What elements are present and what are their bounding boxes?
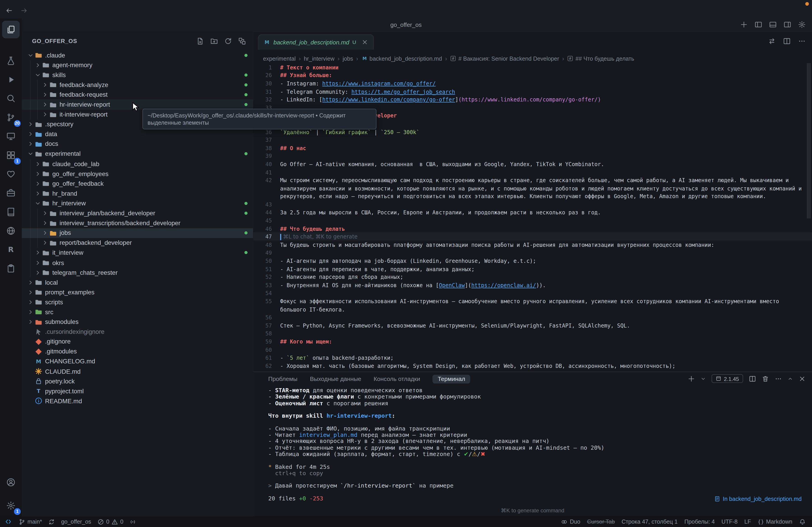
- panel-tab-терминал[interactable]: Терминал: [433, 374, 470, 383]
- eol-item[interactable]: LF: [744, 519, 751, 525]
- editor-more-actions-icon[interactable]: [798, 37, 806, 45]
- tree-item-interview-plan-backend-developer[interactable]: interview_plan/backend_developer: [21, 208, 253, 218]
- editor-line[interactable]: рекрутеров, если надо — переучиться и по…: [253, 192, 812, 200]
- editor-line[interactable]: 42Мы строим систему, переосмысливающую с…: [253, 176, 812, 184]
- activity-health[interactable]: [2, 165, 20, 183]
- activity-clipboard[interactable]: [2, 259, 20, 277]
- editor-tab[interactable]: M backend_job_description.md U: [258, 34, 374, 50]
- split-terminal-icon[interactable]: [749, 375, 756, 382]
- history-back-icon[interactable]: [5, 7, 13, 14]
- panel-tab-проблемы[interactable]: Проблемы: [268, 376, 298, 382]
- activity-testing[interactable]: [2, 52, 20, 70]
- toggle-changes-icon[interactable]: [768, 37, 776, 45]
- new-terminal-icon[interactable]: [687, 375, 695, 382]
- editor-line[interactable]: 40Go Offer — AI-native компания, основан…: [253, 160, 812, 168]
- tab-close-icon[interactable]: [361, 39, 368, 46]
- remote-indicator-icon[interactable]: [4, 518, 12, 525]
- activity-settings[interactable]: 1: [2, 497, 20, 514]
- language-mode-item[interactable]: {} Markdown: [758, 519, 792, 525]
- editor-line[interactable]: 51- AI-агенты для переписки в чате, подд…: [253, 265, 812, 273]
- activity-remote-explorer[interactable]: [2, 127, 20, 145]
- tree-item-feedback-analyze[interactable]: feedback-analyze: [21, 80, 253, 90]
- editor-line[interactable]: 54: [253, 289, 812, 297]
- breadcrumb-item[interactable]: ### Что будешь делать: [567, 56, 634, 62]
- editor-line[interactable]: 45: [253, 216, 812, 225]
- breadcrumb-item[interactable]: Mbackend_job_description.md: [361, 56, 442, 62]
- settings-icon[interactable]: [798, 21, 806, 28]
- close-panel-icon[interactable]: [798, 375, 806, 382]
- tree-item-it-interview[interactable]: it_interview: [21, 248, 253, 258]
- editor-line[interactable]: 61- `5 лет` опыта backend-разработки;: [253, 353, 812, 362]
- tree-item-scripts[interactable]: scripts: [21, 297, 253, 307]
- editor-line[interactable]: 44За 2.5 года мы выросли в США, России, …: [253, 209, 812, 216]
- editor-line[interactable]: 59## Кого мы ищем:: [253, 337, 812, 346]
- tree-item-skills[interactable]: skills: [21, 70, 253, 80]
- tree-item-local[interactable]: local: [21, 277, 253, 287]
- editor-line[interactable]: 49: [253, 249, 812, 257]
- tree-item-poetry-lock[interactable]: poetry.lock: [21, 376, 253, 386]
- kill-terminal-icon[interactable]: [762, 375, 769, 382]
- editor-line[interactable]: 41: [253, 168, 812, 176]
- tree-item-jobs[interactable]: jobs: [21, 228, 253, 238]
- tree-item-claude-code-lab[interactable]: claude_code_lab: [21, 159, 253, 169]
- breadcrumb-item[interactable]: jobs: [343, 56, 353, 62]
- tree-item-pyproject-toml[interactable]: Tpyproject.toml: [21, 386, 253, 396]
- new-tab-icon[interactable]: [740, 21, 748, 28]
- activity-explorer[interactable]: [2, 21, 20, 38]
- tree-item-claude[interactable]: .claude: [21, 50, 253, 60]
- editor-line[interactable]: 52- Написание парсеров для сбора данных;: [253, 273, 812, 281]
- activity-web[interactable]: [2, 222, 20, 239]
- editor-line[interactable]: 57Стек — Python, Async Frameworks, всево…: [253, 321, 812, 330]
- activity-toolbox[interactable]: [2, 184, 20, 201]
- editor-line[interactable]: 48Ты будешь строить и масштабировать пла…: [253, 241, 812, 249]
- split-editor-icon[interactable]: [783, 37, 791, 45]
- indentation-item[interactable]: Пробелы: 4: [684, 519, 715, 525]
- breadcrumb-item[interactable]: experimental: [263, 56, 296, 62]
- tree-item-data[interactable]: data: [21, 129, 253, 139]
- duo-item[interactable]: Duo: [561, 518, 580, 525]
- tree-item-agent-memory[interactable]: agent-memory: [21, 60, 253, 70]
- editor-line[interactable]: 30- Instagram: https://www.instagram.com…: [253, 79, 812, 88]
- toggle-secondary-sidebar-icon[interactable]: [784, 21, 791, 28]
- editor-line[interactable]: 50- AI-агенты для автоподач на job-борда…: [253, 257, 812, 265]
- tree-item-hr-interview[interactable]: hr_interview: [21, 198, 253, 208]
- cursor-position-item[interactable]: Строка 47, столбец 1: [622, 519, 678, 525]
- tree-item-go-offer-employees[interactable]: go_offer_employees: [21, 169, 253, 179]
- toggle-panel-icon[interactable]: [769, 21, 777, 28]
- cursor-tab-item[interactable]: Cursor Tab: [587, 519, 615, 525]
- panel-tab-консоль-отладки[interactable]: Консоль отладки: [374, 376, 420, 382]
- activity-source-control[interactable]: 20: [2, 108, 20, 126]
- editor-line[interactable]: 56: [253, 313, 812, 321]
- new-folder-icon[interactable]: [210, 37, 218, 45]
- editor-scrollbar[interactable]: [807, 63, 811, 219]
- panel-tab-выходные-данные[interactable]: Выходные данные: [310, 376, 361, 382]
- editor-line[interactable]: 47⌘L to chat, ⌘K to generate: [253, 232, 812, 241]
- editor-line[interactable]: 26## Узнай больше:: [253, 71, 812, 79]
- tree-item-hr-brand[interactable]: hr_brand: [21, 189, 253, 198]
- activity-docs[interactable]: [2, 203, 20, 221]
- editor-line[interactable]: 58: [253, 330, 812, 338]
- tree-item-experimental[interactable]: experimental: [21, 149, 253, 159]
- tree-item-changelog-md[interactable]: MCHANGELOG.md: [21, 357, 253, 366]
- editor-line[interactable]: 46## Что будешь делать: [253, 225, 812, 232]
- editor-line[interactable]: 38## О нас: [253, 144, 812, 152]
- editor-line[interactable]: 53- Внутренняя AI OS для не-айтишников (…: [253, 281, 812, 289]
- tree-item-gitignore[interactable]: .gitignore: [21, 337, 253, 347]
- context-file-link[interactable]: In backend_job_description.md: [714, 496, 802, 502]
- tree-item-src[interactable]: src: [21, 307, 253, 317]
- panel-more-icon[interactable]: [775, 375, 782, 382]
- tree-item-interview-transcriptions-backend-developer[interactable]: interview_transcriptions/backend_develop…: [21, 218, 253, 228]
- editor-line[interactable]: 62- Хорошая мат. часть (базовые алгоритм…: [253, 362, 812, 370]
- activity-run-and-debug[interactable]: [2, 71, 20, 88]
- version-badge[interactable]: 2.1.45: [711, 374, 743, 383]
- tree-item-submodules[interactable]: submodules: [21, 317, 253, 327]
- editor-line[interactable]: 39: [253, 152, 812, 160]
- tree-item-claude-md[interactable]: CLAUDE.md: [21, 366, 253, 376]
- refresh-explorer-icon[interactable]: [224, 37, 232, 45]
- tree-item-cursorindexingignore[interactable]: .cursorindexingignore: [21, 327, 253, 337]
- breadcrumb-item[interactable]: ## Вакансия: Senior Backend Developer: [450, 56, 559, 62]
- tree-item-gitmodules[interactable]: .gitmodules: [21, 347, 253, 357]
- toggle-primary-sidebar-icon[interactable]: [754, 21, 762, 28]
- activity-search[interactable]: [2, 90, 20, 107]
- tree-item-okrs[interactable]: okrs: [21, 258, 253, 268]
